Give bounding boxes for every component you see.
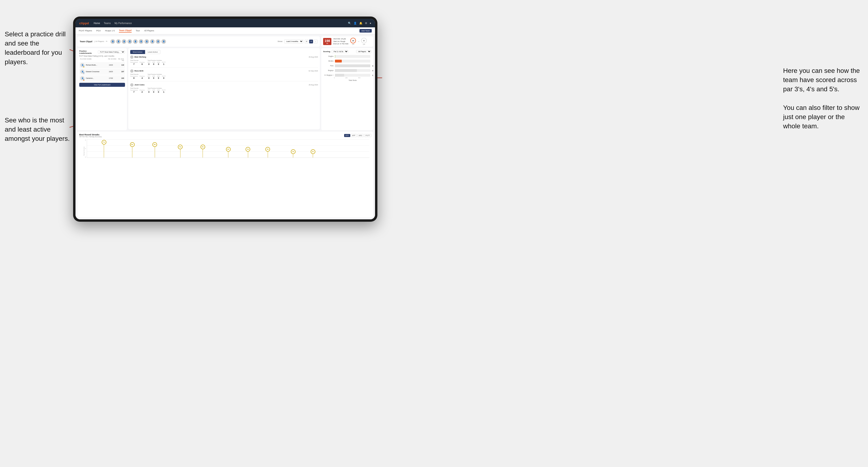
lb-row: 👤🥇 Richard Butle... 19/20 110: [79, 62, 125, 68]
subnav-team[interactable]: Team Clippd: [119, 29, 131, 33]
navbar: clippd Home Teams My Performance 🔍 👤 🔔 ⚙…: [75, 19, 375, 27]
bar-container-birdies: 96: [335, 60, 370, 63]
pa-practice-3: Total Practice Activities OTT0 APP0 ARG0…: [148, 88, 165, 93]
activity-tabs: Most Active Least Active: [130, 50, 160, 54]
pa-name-row-2: Rees Britt: [130, 69, 144, 73]
main-content: Team Clippd | 14 Players ✏ 👤 👤 👤 👤 👤 👤 👤…: [75, 34, 375, 219]
nav-home[interactable]: Home: [94, 22, 100, 25]
streaks-header: Best Round Streaks Off The Tee, Fairway …: [79, 133, 371, 137]
search-icon[interactable]: 🔍: [348, 22, 351, 25]
streak-dot-6: 4x: [226, 147, 231, 152]
view-list-icon[interactable]: ☰: [309, 40, 313, 43]
team-header: Team Clippd | 14 Players ✏ 👤 👤 👤 👤 👤 👤 👤…: [78, 36, 320, 47]
streaks-arg-btn[interactable]: ARG: [357, 134, 364, 137]
streaks-card: Best Round Streaks Off The Tee, Fairway …: [78, 132, 373, 217]
show-label: Show:: [278, 40, 283, 42]
pa-total-rounds-1: Total Rounds Tournament 7 Practice: [130, 60, 145, 65]
streaks-title: Best Round Streaks: [79, 133, 102, 136]
nav-performance[interactable]: My Performance: [115, 22, 132, 25]
circle-val-2: 0: [361, 38, 367, 43]
bar-label-dbogeys: D. Bogeys +: [324, 74, 334, 76]
view-sort-icon[interactable]: ↕: [314, 40, 317, 43]
lb-avatar-1: 👤🥇: [80, 63, 85, 67]
chart-row-bogeys: Bogeys 311: [324, 69, 370, 72]
pa-name-3: Josh Coles: [134, 84, 145, 86]
streaks-subtitle: Off The Tee, Fairway Accuracy: [79, 136, 102, 137]
brand-logo: clippd: [79, 22, 89, 25]
bar-label-eagles: Eagles: [324, 55, 334, 57]
leaderboard-card: Practice Leaderboards PUTT Must Make Put…: [78, 48, 127, 130]
team-show: Show: Last 3 months Last month Last 6 mo…: [278, 39, 317, 43]
nav-teams[interactable]: Teams: [104, 22, 111, 25]
streaks-app-btn[interactable]: APP: [351, 134, 357, 137]
view-grid-icon[interactable]: ⊞: [305, 40, 309, 43]
bell-icon[interactable]: 🔔: [359, 22, 363, 25]
least-active-tab[interactable]: Least Active: [145, 50, 160, 54]
shot-unit: SC: [327, 43, 328, 44]
subnav-pga[interactable]: PGA: [96, 30, 101, 32]
lb-medal-1: 🥇: [83, 66, 85, 68]
streak-dot-4: 5x: [178, 145, 183, 149]
subnav-pgat[interactable]: PGAT Players: [79, 30, 92, 32]
streaks-ott-btn[interactable]: OTT: [344, 134, 350, 137]
bar-pars: [335, 64, 370, 67]
settings-icon[interactable]: ⚙: [365, 22, 367, 25]
pa-date-3: 26 Aug 2023: [309, 84, 318, 86]
bar-label-birdies: Birdies: [324, 60, 334, 62]
bar-val-pars: 499: [372, 65, 373, 66]
shot-details: Shot Dist: 16 yds Start Lie: Rough End L…: [333, 38, 348, 45]
avatar-icon[interactable]: ●: [370, 22, 371, 25]
circle-val-1: 16: [350, 38, 356, 43]
scoring-filter-select[interactable]: Par 3, 4 & 5s Par 3s Par 4s Par 5s: [332, 50, 348, 53]
drill-select[interactable]: PUTT Must Make Putting...: [98, 51, 125, 54]
chart-xaxis: 0 200 400: [323, 76, 371, 79]
leaderboard-subtitle: PUTT Must Make Putting (3-6 ft), Last 3 …: [79, 55, 125, 57]
streak-stem-10: [313, 154, 313, 158]
col-mid: Most Active Least Active Blair McHarg: [128, 48, 320, 130]
col-left: Practice Leaderboards PUTT Must Make Put…: [78, 48, 127, 130]
edit-icon[interactable]: ✏: [106, 40, 107, 42]
streak-dot-10: 3x: [311, 149, 315, 154]
bar-val-dbogeys: 131: [372, 74, 373, 76]
streaks-filter-buttons: OTT APP ARG PUTT: [344, 134, 371, 137]
view-full-leaderboard-button[interactable]: View Full Leaderboard: [79, 83, 125, 87]
bar-label-bogeys: Bogeys: [324, 69, 334, 71]
pa-practice-1: Total Practice Activities OTT0 APP0 ARG0…: [148, 60, 165, 65]
streak-stem-5: [203, 149, 203, 158]
lb-avatar-2: 👤🥈: [80, 69, 85, 74]
streak-point-2: 6x: [130, 142, 135, 158]
streaks-putt-btn[interactable]: PUTT: [364, 134, 371, 137]
add-team-button[interactable]: Add Team: [360, 29, 372, 33]
pa-name-2: Rees Britt: [134, 70, 144, 72]
shot-number: 198: [324, 39, 330, 43]
avatar-1: 👤: [111, 39, 115, 44]
subnav-hcaps[interactable]: Hcaps 1-5: [105, 30, 115, 32]
navbar-icons: 🔍 👤 🔔 ⚙ ●: [348, 22, 371, 25]
xaxis-400: 400: [358, 77, 361, 79]
lb-score-3: 17/20: [106, 77, 116, 79]
pa-avatar-3: [130, 83, 133, 87]
scoring-header: Scoring Par 3, 4 & 5s Par 3s Par 4s Par …: [323, 50, 371, 53]
lb-avatar-3: 👤🥉: [80, 76, 85, 81]
player-activity-1: Blair McHarg 26 Aug 2023 Total Rounds To: [130, 55, 318, 67]
show-select[interactable]: Last 3 months Last month Last 6 months: [284, 39, 303, 43]
avatar-2: 👤: [116, 39, 121, 44]
streak-stem-6: [228, 152, 228, 158]
pa-stats-2: Total Rounds Tournament8 Practice4 Total…: [130, 73, 318, 79]
subnav-all[interactable]: All Players: [144, 30, 154, 32]
avatar-8: 👤: [150, 39, 155, 44]
activity-card: Most Active Least Active Blair McHarg: [128, 48, 320, 129]
pa-name-row-3: Josh Coles: [130, 83, 145, 87]
most-active-tab[interactable]: Most Active: [130, 50, 145, 54]
circle-unit-1: yds: [352, 44, 354, 45]
lb-medal-2: 🥈: [83, 72, 85, 74]
annotation-right: Here you can see how the team have score…: [783, 66, 863, 131]
pa-avatar-2: [130, 69, 133, 73]
person-icon[interactable]: 👤: [353, 22, 357, 25]
streak-stem-2: [132, 147, 132, 158]
scoring-player-select[interactable]: All Players: [356, 50, 371, 53]
bar-container-bogeys: 311: [335, 69, 370, 72]
bar-eagles: [335, 55, 335, 58]
xaxis-0: 0: [334, 77, 335, 79]
subnav-tour[interactable]: Tour: [136, 30, 140, 32]
